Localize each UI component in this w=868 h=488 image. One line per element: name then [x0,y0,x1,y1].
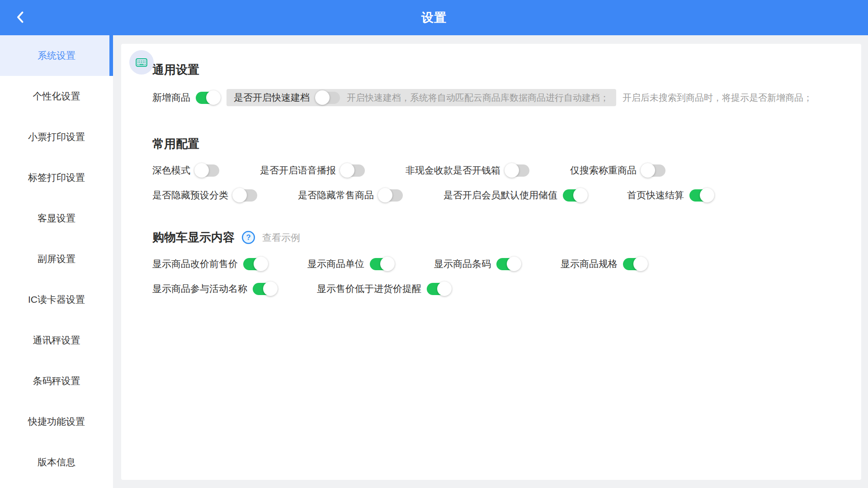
toggle-knob [206,90,221,105]
setting-toggle-item: 首页快速结算 [627,189,713,202]
toggle-knob [505,163,519,178]
setting-toggle-item: 显示商品条码 [434,258,520,270]
sidebar-item-4[interactable]: 标签打印设置 [0,157,113,198]
sidebar: 系统设置个性化设置小票打印设置标签打印设置客显设置副屏设置IC读卡器设置通讯秤设… [0,35,113,488]
sidebar-item-label: 标签打印设置 [28,171,85,184]
toggle-label: 首页快速结算 [627,189,684,202]
back-button[interactable] [10,0,30,35]
toggle-knob [340,163,354,178]
quick-create-toggle[interactable] [316,92,340,104]
sidebar-item-label: 客显设置 [38,212,75,225]
toggle-label: 是否隐藏预设分类 [152,189,228,202]
sidebar-item-label: IC读卡器设置 [28,293,85,306]
main-area: 通用设置 新增商品 是否开启快速建档 开启快速建档，系统将自动匹配云商品库数据商… [113,35,868,488]
sidebar-item-label: 条码秤设置 [33,375,80,387]
sidebar-item-5[interactable]: 客显设置 [0,198,113,239]
settings-card: 通用设置 新增商品 是否开启快速建档 开启快速建档，系统将自动匹配云商品库数据商… [121,44,861,480]
section-title-general: 通用设置 [152,62,843,78]
view-example-link[interactable]: 查看示例 [262,231,300,244]
toggle-label: 仅搜索称重商品 [570,164,637,177]
toggle-switch[interactable] [341,164,365,177]
setting-toggle-item: 显示商品单位 [307,258,393,270]
setting-toggle-item: 是否开启会员默认使用储值 [443,189,586,202]
new-product-toggle[interactable] [196,92,219,104]
toggle-knob [378,188,392,202]
toggle-label: 新增商品 [152,91,190,104]
setting-toggle-item: 是否隐藏预设分类 [152,189,257,202]
sidebar-item-label: 副屏设置 [38,253,75,265]
toggle-switch[interactable] [243,258,267,270]
section-title-common: 常用配置 [152,136,843,152]
toggle-switch[interactable] [370,258,393,270]
cart-section-header: 购物车显示内容 ? 查看示例 [152,230,843,245]
common-toggle-group: 深色模式是否开启语音播报非现金收款是否开钱箱仅搜索称重商品是否隐藏预设分类是否隐… [152,164,843,202]
section-title-cart: 购物车显示内容 [152,230,235,245]
sidebar-item-label: 版本信息 [38,456,75,469]
quick-create-hint: 开启快速建档，系统将自动匹配云商品库数据商品进行自动建档； [347,92,609,104]
toggle-switch[interactable] [506,164,529,177]
quick-create-outer-hint: 开启后未搜索到商品时，将提示是否新增商品； [623,92,812,104]
sidebar-item-7[interactable]: IC读卡器设置 [0,279,113,320]
toggle-knob [232,188,247,202]
toggle-row: 深色模式是否开启语音播报非现金收款是否开钱箱仅搜索称重商品 [152,164,843,177]
toggle-knob [380,257,395,271]
sidebar-item-label: 个性化设置 [33,90,80,103]
setting-toggle-item: 仅搜索称重商品 [570,164,665,177]
toggle-label: 显示商品规格 [561,258,618,270]
toggle-label: 显示商品改价前售价 [152,258,238,270]
toggle-label: 显示商品条码 [434,258,491,270]
cart-toggle-group: 显示商品改价前售价显示商品单位显示商品条码显示商品规格显示商品参与活动名称显示售… [152,258,843,295]
toggle-switch[interactable] [234,189,257,202]
toggle-switch[interactable] [496,258,520,270]
toggle-label: 是否开启快速建档 [234,91,310,104]
toggle-row: 是否隐藏预设分类是否隐藏常售商品是否开启会员默认使用储值首页快速结算 [152,189,843,202]
setting-toggle-item: 显示商品参与活动名称 [152,282,276,295]
toggle-switch[interactable] [689,189,713,202]
sidebar-item-6[interactable]: 副屏设置 [0,239,113,279]
setting-toggle-item: 显示售价低于进货价提醒 [317,282,450,295]
sidebar-item-2[interactable]: 个性化设置 [0,76,113,117]
toggle-switch[interactable] [563,189,586,202]
settings-window: 设置 系统设置个性化设置小票打印设置标签打印设置客显设置副屏设置IC读卡器设置通… [0,0,868,488]
sidebar-item-label: 通讯秤设置 [33,334,80,347]
setting-toggle-item: 是否隐藏常售商品 [298,189,403,202]
sidebar-item-label: 系统设置 [38,49,75,62]
setting-toggle-item: 深色模式 [152,164,219,177]
chevron-left-icon [16,11,24,25]
sidebar-item-3[interactable]: 小票打印设置 [0,117,113,157]
toggle-knob [254,257,268,271]
toggle-switch[interactable] [253,283,276,295]
setting-toggle-item: 显示商品规格 [561,258,646,270]
toggle-knob [633,257,648,271]
svg-text:?: ? [246,233,250,241]
toggle-knob [507,257,521,271]
page-title: 设置 [421,9,447,26]
toggle-switch[interactable] [427,283,450,295]
toggle-switch[interactable] [623,258,646,270]
toggle-switch[interactable] [196,164,219,177]
toggle-label: 显示商品单位 [307,258,364,270]
setting-toggle-item: 显示商品改价前售价 [152,258,267,270]
toggle-knob [194,163,209,178]
sidebar-item-8[interactable]: 通讯秤设置 [0,320,113,361]
toggle-knob [573,188,588,202]
toggle-label: 是否隐藏常售商品 [298,189,374,202]
toggle-row: 显示商品改价前售价显示商品单位显示商品条码显示商品规格 [152,258,843,270]
header: 设置 [0,0,868,35]
keyboard-icon [129,50,154,75]
question-icon[interactable]: ? [241,230,255,244]
toggle-knob [437,282,452,296]
toggle-switch[interactable] [642,164,665,177]
toggle-label: 显示商品参与活动名称 [152,282,247,295]
toggle-label: 显示售价低于进货价提醒 [317,282,421,295]
sidebar-item-1[interactable]: 系统设置 [0,35,113,76]
sidebar-item-9[interactable]: 条码秤设置 [0,361,113,401]
sidebar-item-10[interactable]: 快捷功能设置 [0,401,113,442]
sidebar-item-11[interactable]: 版本信息 [0,442,113,483]
toggle-knob [263,282,278,296]
toggle-label: 深色模式 [152,164,190,177]
toggle-label: 是否开启会员默认使用储值 [443,189,557,202]
quick-create-box: 是否开启快速建档 开启快速建档，系统将自动匹配云商品库数据商品进行自动建档； [226,89,616,106]
new-product-row: 新增商品 是否开启快速建档 开启快速建档，系统将自动匹配云商品库数据商品进行自动… [152,89,843,106]
toggle-switch[interactable] [379,189,403,202]
